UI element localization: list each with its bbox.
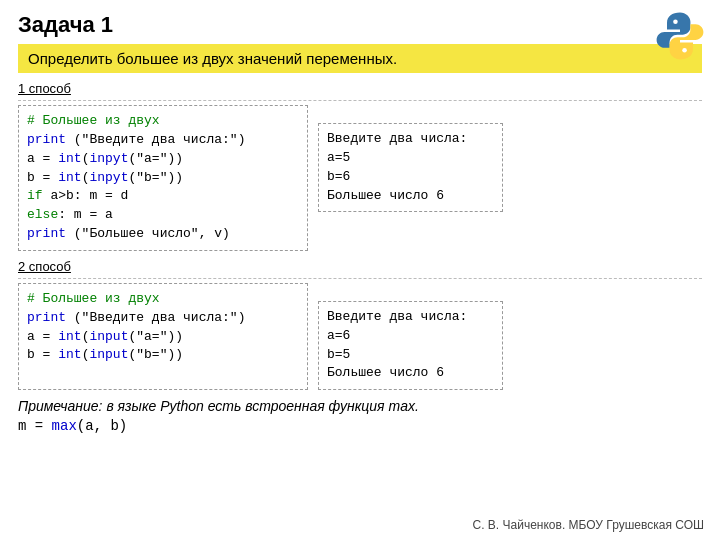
section2-content: # Большее из двух print ("Введите два чи… [18,283,702,390]
if-rest: a>b: m = d [43,188,129,203]
divider2 [18,278,702,279]
input-arg-b2: ("b=")) [128,347,183,362]
print1-kw: print [27,132,66,147]
comment1: # Большее из двух [27,113,160,128]
inpyt-arg-a1: ("a=")) [128,151,183,166]
else-rest: : m = a [58,207,113,222]
section1-output: Введите два числа: a=5 b=6 Большее число… [318,123,503,212]
page: Задача 1 Определить большее из двух знач… [0,0,720,540]
input-fn-a2: input [89,329,128,344]
inpyt-arg-b1: ("b=")) [128,170,183,185]
max-args: (a, b) [77,418,127,434]
section1-code: # Большее из двух print ("Введите два чи… [18,105,308,251]
assign-b2: b = [27,347,58,362]
section1-content: # Большее из двух print ("Введите два чи… [18,105,702,251]
note: Примечание: в языке Python есть встроенн… [18,398,702,414]
inpyt-fn-a1: inpyt [89,151,128,166]
max-prefix: m = [18,418,52,434]
print3-kw: print [27,310,66,325]
print1-rest: ("Введите два числа:") [66,132,245,147]
print2-rest: ("Большее число", v) [66,226,230,241]
task-description: Определить большее из двух значений пере… [18,44,702,73]
python-logo [654,10,706,62]
input-fn-b2: input [89,347,128,362]
assign-a2: a = [27,329,58,344]
max-example: m = max(a, b) [18,418,702,434]
print2-kw: print [27,226,66,241]
print3-rest: ("Введите два числа:") [66,310,245,325]
comment2: # Большее из двух [27,291,160,306]
int-a1: int [58,151,81,166]
int-a2: int [58,329,81,344]
svg-point-0 [673,19,678,24]
else-kw: else [27,207,58,222]
svg-point-1 [682,48,687,53]
int-b2: int [58,347,81,362]
input-arg-a2: ("a=")) [128,329,183,344]
section2-output: Введите два числа: a=6 b=5 Большее число… [318,301,503,390]
section1-label: 1 способ [18,81,702,96]
divider1 [18,100,702,101]
max-fn: max [52,418,77,434]
inpyt-fn-b1: inpyt [89,170,128,185]
assign-a1: a = [27,151,58,166]
if-kw: if [27,188,43,203]
note-text: Примечание: в языке Python есть встроенн… [18,398,419,414]
section2-label: 2 способ [18,259,702,274]
footer: С. В. Чайченков. МБОУ Грушевская СОШ [473,518,704,532]
int-b1: int [58,170,81,185]
section2-code: # Большее из двух print ("Введите два чи… [18,283,308,390]
page-title: Задача 1 [18,12,702,38]
assign-b1: b = [27,170,58,185]
